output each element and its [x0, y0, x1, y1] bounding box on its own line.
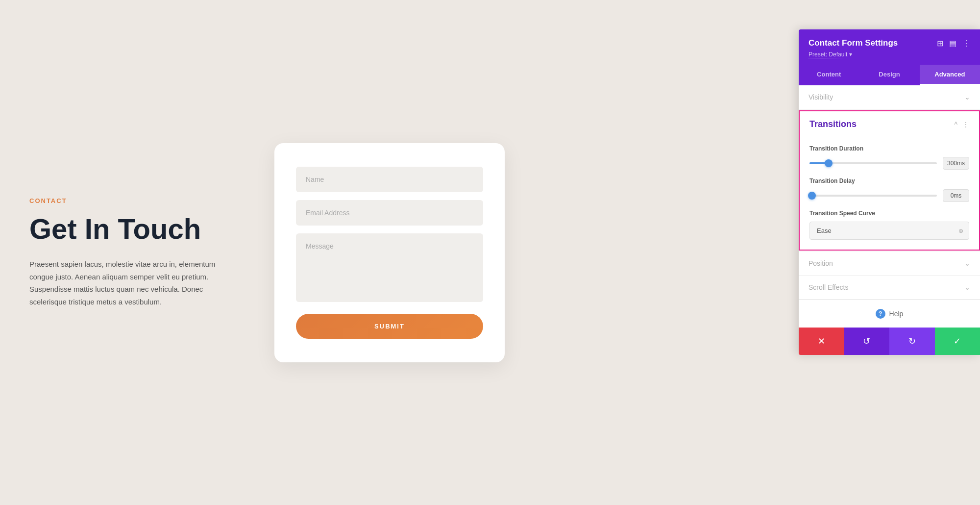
duration-slider-row: 300ms: [809, 157, 969, 170]
panel-header-top: Contact Form Settings ⊞ ▤ ⋮: [808, 38, 970, 48]
speed-curve-wrapper: Ease Linear Ease In Ease Out Ease In Out…: [809, 222, 969, 240]
help-row[interactable]: ? Help: [799, 300, 980, 328]
cancel-icon: ✕: [818, 336, 825, 347]
undo-button[interactable]: ↺: [844, 328, 890, 355]
delay-label: Transition Delay: [809, 177, 969, 184]
scroll-effects-section[interactable]: Scroll Effects ⌄: [799, 276, 980, 300]
undo-icon: ↺: [863, 336, 870, 347]
transitions-more-icon[interactable]: ⋮: [962, 121, 969, 128]
form-card: SUBMIT: [274, 143, 505, 362]
panel-body: Visibility ⌄ Transitions ^ ⋮ Transition …: [799, 85, 980, 328]
panel-tabs: Content Design Advanced: [799, 65, 980, 85]
tab-advanced[interactable]: Advanced: [920, 65, 980, 85]
transitions-header-icons: ^ ⋮: [954, 121, 969, 128]
settings-panel: Contact Form Settings ⊞ ▤ ⋮ Preset: Defa…: [799, 29, 980, 355]
tab-content[interactable]: Content: [799, 65, 859, 85]
speed-curve-label: Transition Speed Curve: [809, 210, 969, 217]
visibility-chevron-icon: ⌄: [964, 93, 970, 101]
transitions-body: Transition Duration 300ms Transition Del…: [800, 134, 979, 250]
more-icon[interactable]: ⋮: [962, 39, 970, 48]
email-input[interactable]: [296, 200, 483, 226]
transitions-header: Transitions ^ ⋮: [800, 111, 979, 134]
panel-title: Contact Form Settings: [808, 38, 898, 48]
cancel-button[interactable]: ✕: [799, 328, 844, 355]
submit-button[interactable]: SUBMIT: [296, 314, 483, 339]
contact-label: CONTACT: [29, 197, 235, 204]
scroll-effects-label: Scroll Effects: [808, 283, 848, 291]
transitions-section: Transitions ^ ⋮ Transition Duration 300m…: [799, 110, 980, 251]
save-icon: ✓: [954, 336, 961, 347]
tab-design[interactable]: Design: [859, 65, 919, 85]
speed-curve-select[interactable]: Ease Linear Ease In Ease Out Ease In Out: [809, 222, 969, 240]
position-section[interactable]: Position ⌄: [799, 252, 980, 276]
duration-label: Transition Duration: [809, 145, 969, 152]
delay-slider-track[interactable]: [809, 195, 937, 197]
delay-value[interactable]: 0ms: [943, 189, 969, 202]
name-input[interactable]: [296, 167, 483, 192]
duration-value[interactable]: 300ms: [943, 157, 969, 170]
help-icon: ?: [876, 309, 885, 319]
visibility-section[interactable]: Visibility ⌄: [799, 85, 980, 109]
duration-slider-track[interactable]: [809, 162, 937, 164]
main-content: CONTACT Get In Touch Praesent sapien lac…: [0, 0, 534, 505]
panel-header: Contact Form Settings ⊞ ▤ ⋮ Preset: Defa…: [799, 29, 980, 65]
redo-button[interactable]: ↻: [889, 328, 935, 355]
panel-header-icons: ⊞ ▤ ⋮: [937, 39, 970, 48]
duration-slider-thumb[interactable]: [825, 159, 833, 167]
resize-icon[interactable]: ⊞: [937, 39, 943, 48]
panel-footer: ✕ ↺ ↻ ✓: [799, 328, 980, 355]
position-chevron-icon: ⌄: [964, 259, 970, 267]
redo-icon: ↻: [908, 336, 916, 347]
scroll-effects-chevron-icon: ⌄: [964, 283, 970, 291]
help-text: Help: [889, 310, 904, 318]
save-button[interactable]: ✓: [935, 328, 980, 355]
panel-preset[interactable]: Preset: Default ▾: [808, 51, 970, 58]
transitions-title: Transitions: [809, 119, 857, 129]
body-text: Praesent sapien lacus, molestie vitae ar…: [29, 258, 235, 308]
transitions-collapse-icon[interactable]: ^: [954, 121, 957, 128]
delay-slider-row: 0ms: [809, 189, 969, 202]
left-section: CONTACT Get In Touch Praesent sapien lac…: [29, 197, 235, 308]
position-label: Position: [808, 259, 833, 267]
columns-icon[interactable]: ▤: [949, 39, 956, 48]
message-textarea[interactable]: [296, 233, 483, 302]
main-heading: Get In Touch: [29, 213, 235, 245]
delay-slider-thumb[interactable]: [808, 192, 816, 200]
visibility-label: Visibility: [808, 93, 833, 101]
